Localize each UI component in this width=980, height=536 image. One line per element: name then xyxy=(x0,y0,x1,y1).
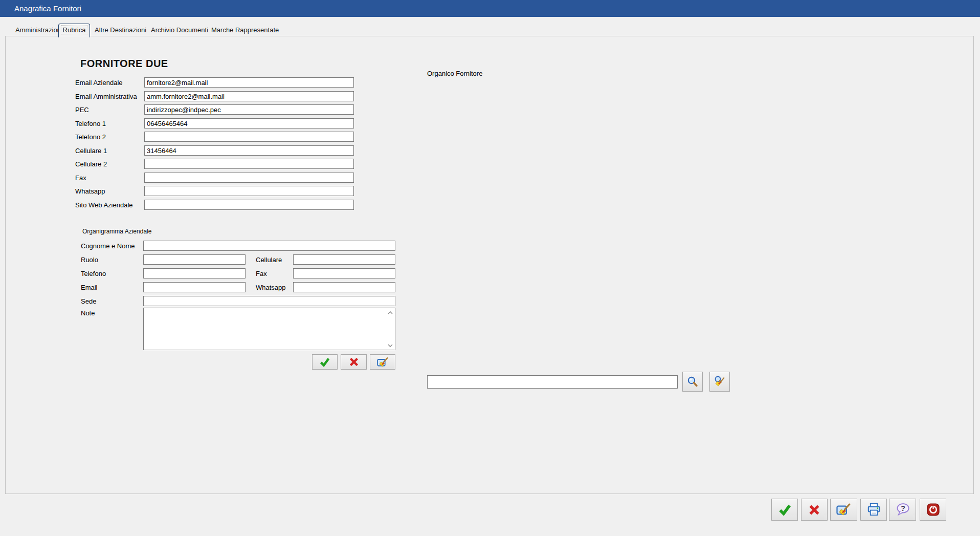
organico-title: Organico Fornitore xyxy=(427,70,482,77)
tab-archivio-documenti[interactable]: Archivio Documenti xyxy=(151,25,208,36)
org-label-fax: Fax xyxy=(256,270,267,277)
org-label-whatsapp: Whatsapp xyxy=(256,284,286,291)
power-icon xyxy=(926,503,940,517)
org-ruolo-input[interactable] xyxy=(143,254,246,265)
field-label-cellulare1: Cellulare 1 xyxy=(75,147,107,155)
org-label-cognome-nome: Cognome e Nome xyxy=(81,242,135,250)
field-label-pec: PEC xyxy=(75,106,89,114)
organico-search-input[interactable] xyxy=(427,375,678,389)
field-label-email-aziendale: Email Aziendale xyxy=(75,79,123,87)
footer-clear-button[interactable] xyxy=(830,499,857,521)
footer-cancel-button[interactable] xyxy=(801,499,828,521)
clean-icon xyxy=(377,357,389,368)
org-label-ruolo: Ruolo xyxy=(81,256,98,264)
check-icon xyxy=(319,356,330,368)
email-amministrativa-input[interactable] xyxy=(144,91,354,101)
help-icon: ? xyxy=(896,503,910,517)
whatsapp-input[interactable] xyxy=(144,186,354,196)
svg-text:?: ? xyxy=(901,504,905,512)
tab-rubrica[interactable]: Rubrica xyxy=(58,24,90,37)
org-email-input[interactable] xyxy=(143,282,246,292)
search-icon xyxy=(686,376,699,388)
org-note-textarea[interactable] xyxy=(143,308,395,350)
app-window: Anagrafica Fornitori Amministrazione Rub… xyxy=(0,0,980,536)
tab-marche-rappresentate[interactable]: Marche Rappresentate xyxy=(211,25,279,36)
footer-help-button[interactable]: ? xyxy=(889,499,916,521)
note-scroll-down-icon[interactable] xyxy=(387,344,393,348)
pec-input[interactable] xyxy=(144,104,354,115)
org-label-note: Note xyxy=(81,309,95,317)
org-label-sede: Sede xyxy=(81,297,96,305)
title-bar: Anagrafica Fornitori xyxy=(0,0,980,17)
search-clean-icon xyxy=(714,376,726,388)
cross-icon xyxy=(808,503,821,517)
note-scroll-up-icon[interactable] xyxy=(387,311,393,315)
field-label-cellulare2: Cellulare 2 xyxy=(75,160,107,168)
organigramma-groupbox-title: Organigramma Aziendale xyxy=(80,228,154,235)
telefono2-input[interactable] xyxy=(144,132,354,142)
field-label-sito-web: Sito Web Aziendale xyxy=(75,201,133,209)
sito-web-input[interactable] xyxy=(144,200,354,210)
org-label-cellulare: Cellulare xyxy=(256,256,282,264)
telefono1-input[interactable] xyxy=(144,118,354,128)
footer-confirm-button[interactable] xyxy=(771,499,798,521)
print-icon xyxy=(867,503,881,517)
org-fax-input[interactable] xyxy=(293,268,395,278)
footer-exit-button[interactable] xyxy=(920,499,946,521)
page-title: FORNITORE DUE xyxy=(80,58,168,70)
org-telefono-input[interactable] xyxy=(143,268,246,278)
org-clear-button[interactable] xyxy=(370,354,395,370)
org-cellulare-input[interactable] xyxy=(293,254,395,265)
org-label-email: Email xyxy=(81,284,98,291)
org-cancel-button[interactable] xyxy=(341,354,367,370)
tab-altre-destinazioni[interactable]: Altre Destinazioni xyxy=(95,25,146,36)
tab-amministrazione[interactable]: Amministrazione xyxy=(15,25,64,36)
footer-print-button[interactable] xyxy=(860,499,887,521)
email-aziendale-input[interactable] xyxy=(144,77,354,88)
cross-icon xyxy=(348,356,360,368)
cellulare2-input[interactable] xyxy=(144,159,354,169)
window-title: Anagrafica Fornitori xyxy=(14,0,81,17)
org-whatsapp-input[interactable] xyxy=(293,282,395,292)
organico-search-clear-button[interactable] xyxy=(709,372,730,392)
org-label-telefono: Telefono xyxy=(81,270,106,277)
check-icon xyxy=(778,503,792,517)
org-confirm-button[interactable] xyxy=(312,354,338,370)
field-label-telefono2: Telefono 2 xyxy=(75,133,106,141)
org-sede-input[interactable] xyxy=(143,296,395,306)
org-cognome-nome-input[interactable] xyxy=(143,241,395,251)
cellulare1-input[interactable] xyxy=(144,145,354,156)
fax-input[interactable] xyxy=(144,173,354,183)
field-label-whatsapp: Whatsapp xyxy=(75,187,105,195)
field-label-email-amministrativa: Email Amministrativa xyxy=(75,93,137,100)
clean-icon xyxy=(836,503,851,517)
organico-search-button[interactable] xyxy=(682,372,703,392)
field-label-telefono1: Telefono 1 xyxy=(75,120,106,127)
field-label-fax: Fax xyxy=(75,174,86,182)
